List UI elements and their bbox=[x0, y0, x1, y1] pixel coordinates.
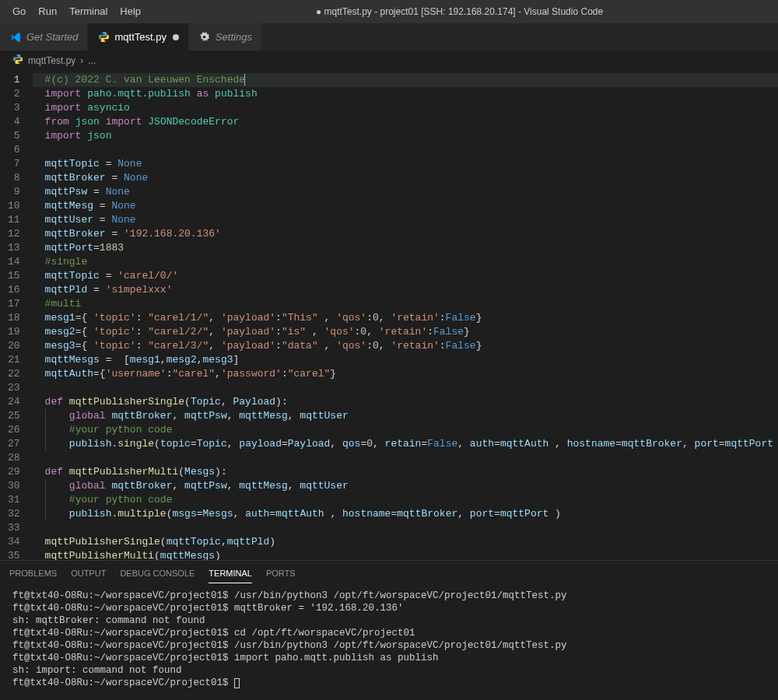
terminal-line: sh: import: command not found bbox=[12, 664, 766, 677]
code-line[interactable]: #your python code bbox=[33, 493, 778, 507]
code-line[interactable]: mqttPublisherSingle(mqttTopic,mqttPld) bbox=[33, 535, 778, 549]
line-number[interactable]: 30 bbox=[8, 479, 20, 493]
line-number[interactable]: 27 bbox=[8, 437, 20, 451]
line-number[interactable]: 13 bbox=[8, 241, 20, 255]
line-number[interactable]: 21 bbox=[8, 353, 20, 367]
dirty-indicator-icon[interactable] bbox=[173, 34, 179, 40]
menu-run[interactable]: Run bbox=[32, 0, 63, 23]
code-line[interactable] bbox=[33, 381, 778, 395]
terminal-cursor bbox=[234, 678, 240, 688]
line-number[interactable]: 22 bbox=[8, 367, 20, 381]
code-area[interactable]: #(c) 2022 C. van Leeuwen Enschedeimport … bbox=[33, 70, 778, 560]
line-number[interactable]: 34 bbox=[8, 535, 20, 549]
code-line[interactable]: mqttMesg = None bbox=[33, 199, 778, 213]
line-number[interactable]: 26 bbox=[8, 423, 20, 437]
bottom-panel: PROBLEMSOUTPUTDEBUG CONSOLETERMINALPORTS… bbox=[0, 560, 778, 700]
line-number[interactable]: 7 bbox=[8, 157, 20, 171]
terminal-line: ft@txt40-O8Ru:~/worspaceVC/project01$ im… bbox=[12, 652, 766, 664]
code-line[interactable]: mqttPsw = None bbox=[33, 185, 778, 199]
code-line[interactable]: from json import JSONDecodeError bbox=[33, 115, 778, 129]
line-number[interactable]: 20 bbox=[8, 339, 20, 353]
code-line[interactable]: mqttPublisherMulti(mqttMesgs) bbox=[33, 549, 778, 560]
menu-go[interactable]: Go bbox=[6, 0, 32, 23]
code-line[interactable]: mesg2={ 'topic': "carel/2/", 'payload':"… bbox=[33, 325, 778, 339]
line-number[interactable]: 10 bbox=[8, 199, 20, 213]
panel-tab-ports[interactable]: PORTS bbox=[266, 564, 296, 583]
line-number[interactable]: 9 bbox=[8, 185, 20, 199]
code-line[interactable]: mqttMesgs = [mesg1,mesg2,mesg3] bbox=[33, 353, 778, 367]
code-line[interactable]: #single bbox=[33, 255, 778, 269]
line-number[interactable]: 16 bbox=[8, 283, 20, 297]
terminal-line: ft@txt40-O8Ru:~/worspaceVC/project01$ /u… bbox=[12, 590, 766, 602]
line-number[interactable]: 31 bbox=[8, 493, 20, 507]
code-line[interactable]: import paho.mqtt.publish as publish bbox=[33, 87, 778, 101]
code-line[interactable]: #(c) 2022 C. van Leeuwen Enschede bbox=[33, 73, 778, 87]
code-line[interactable]: mesg1={ 'topic': "carel/1/", 'payload':"… bbox=[33, 311, 778, 325]
code-line[interactable]: mqttTopic = 'carel/0/' bbox=[33, 269, 778, 283]
breadcrumb[interactable]: mqttTest.py › ... bbox=[0, 51, 778, 70]
line-number[interactable]: 18 bbox=[8, 311, 20, 325]
line-number[interactable]: 12 bbox=[8, 227, 20, 241]
code-line[interactable]: publish.single(topic=Topic, payload=Payl… bbox=[33, 437, 778, 451]
tab-settings[interactable]: Settings bbox=[189, 23, 262, 51]
code-line[interactable]: mqttBroker = None bbox=[33, 171, 778, 185]
code-line[interactable]: global mqttBroker, mqttPsw, mqttMesg, mq… bbox=[33, 409, 778, 423]
line-number[interactable]: 19 bbox=[8, 325, 20, 339]
code-line[interactable]: mqttUser = None bbox=[33, 213, 778, 227]
panel-tabs: PROBLEMSOUTPUTDEBUG CONSOLETERMINALPORTS bbox=[0, 561, 778, 583]
line-number[interactable]: 4 bbox=[8, 115, 20, 129]
panel-tab-output[interactable]: OUTPUT bbox=[71, 564, 106, 583]
breadcrumb-more[interactable]: ... bbox=[88, 55, 96, 66]
tab-get-started[interactable]: Get Started bbox=[0, 23, 88, 51]
tab-label: Settings bbox=[216, 31, 252, 43]
line-number[interactable]: 5 bbox=[8, 129, 20, 143]
line-number[interactable]: 6 bbox=[8, 143, 20, 157]
tab-mqtttest.py[interactable]: mqttTest.py bbox=[88, 23, 188, 51]
code-line[interactable]: def mqttPublisherSingle(Topic, Payload): bbox=[33, 395, 778, 409]
terminal-line: sh: mqttBroker: command not found bbox=[12, 614, 766, 627]
code-line[interactable]: mqttTopic = None bbox=[33, 157, 778, 171]
breadcrumb-file[interactable]: mqttTest.py bbox=[28, 55, 75, 66]
code-line[interactable]: publish.multiple(msgs=Mesgs, auth=mqttAu… bbox=[33, 507, 778, 521]
line-number[interactable]: 15 bbox=[8, 269, 20, 283]
code-line[interactable] bbox=[33, 143, 778, 157]
code-line[interactable] bbox=[33, 451, 778, 465]
line-number[interactable]: 33 bbox=[8, 521, 20, 535]
line-number[interactable]: 3 bbox=[8, 101, 20, 115]
code-line[interactable] bbox=[33, 521, 778, 535]
code-editor[interactable]: 1234567891011121314151617181920212223242… bbox=[0, 70, 778, 560]
code-line[interactable]: global mqttBroker, mqttPsw, mqttMesg, mq… bbox=[33, 479, 778, 493]
code-line[interactable]: import json bbox=[33, 129, 778, 143]
code-line[interactable]: mqttAuth={'username':"carel",'password':… bbox=[33, 367, 778, 381]
line-number[interactable]: 24 bbox=[8, 395, 20, 409]
line-number[interactable]: 1 bbox=[8, 73, 20, 87]
code-line[interactable]: def mqttPublisherMulti(Mesgs): bbox=[33, 465, 778, 479]
line-number[interactable]: 11 bbox=[8, 213, 20, 227]
code-line[interactable]: #your python code bbox=[33, 423, 778, 437]
line-gutter[interactable]: 1234567891011121314151617181920212223242… bbox=[0, 70, 33, 560]
panel-tab-debug-console[interactable]: DEBUG CONSOLE bbox=[120, 564, 194, 583]
line-number[interactable]: 14 bbox=[8, 255, 20, 269]
code-line[interactable]: mqttBroker = '192.168.20.136' bbox=[33, 227, 778, 241]
python-icon bbox=[12, 54, 23, 67]
line-number[interactable]: 29 bbox=[8, 465, 20, 479]
code-line[interactable]: import asyncio bbox=[33, 101, 778, 115]
line-number[interactable]: 32 bbox=[8, 507, 20, 521]
line-number[interactable]: 2 bbox=[8, 87, 20, 101]
menu-help[interactable]: Help bbox=[114, 0, 147, 23]
line-number[interactable]: 17 bbox=[8, 297, 20, 311]
panel-tab-terminal[interactable]: TERMINAL bbox=[209, 564, 252, 583]
code-line[interactable]: mqttPort=1883 bbox=[33, 241, 778, 255]
terminal[interactable]: ft@txt40-O8Ru:~/worspaceVC/project01$ /u… bbox=[0, 583, 778, 700]
line-number[interactable]: 28 bbox=[8, 451, 20, 465]
line-number[interactable]: 25 bbox=[8, 409, 20, 423]
line-number[interactable]: 8 bbox=[8, 171, 20, 185]
line-number[interactable]: 23 bbox=[8, 381, 20, 395]
panel-tab-problems[interactable]: PROBLEMS bbox=[9, 564, 57, 583]
line-number[interactable]: 35 bbox=[8, 549, 20, 560]
menu-terminal[interactable]: Terminal bbox=[63, 0, 114, 23]
terminal-line: ft@txt40-O8Ru:~/worspaceVC/project01$ /u… bbox=[12, 639, 766, 652]
code-line[interactable]: mesg3={ 'topic': "carel/3/", 'payload':"… bbox=[33, 339, 778, 353]
code-line[interactable]: mqttPld = 'simpelxxx' bbox=[33, 283, 778, 297]
code-line[interactable]: #multi bbox=[33, 297, 778, 311]
